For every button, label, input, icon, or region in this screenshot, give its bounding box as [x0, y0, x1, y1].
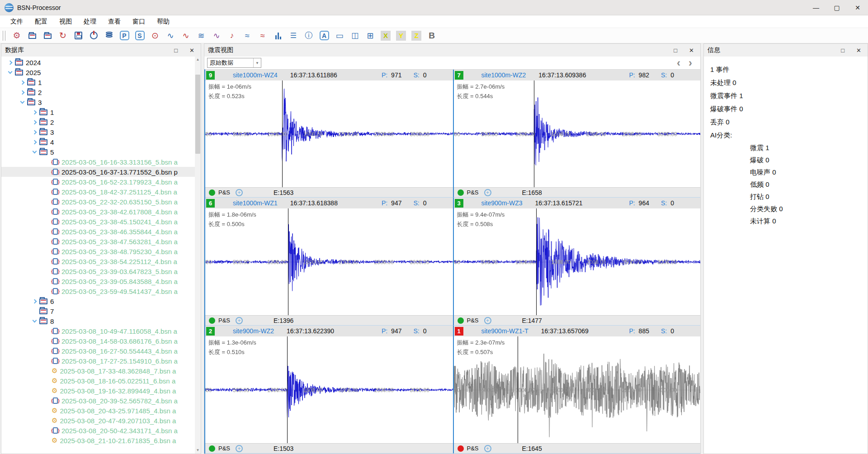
waveform-panel-header[interactable]: 3site900m-WZ316:37:13.615721P:964S:0	[454, 198, 701, 208]
tree-folder-row[interactable]: 5	[1, 147, 195, 157]
database-float-button[interactable]: □	[174, 47, 178, 54]
z-component-button[interactable]: Z	[410, 29, 423, 42]
zoom-in-icon[interactable]: +	[484, 445, 491, 452]
p-pick-line[interactable]	[282, 80, 283, 187]
zoom-in-icon[interactable]: +	[236, 317, 243, 324]
pick-s-wave-icon[interactable]: ∿	[179, 29, 193, 42]
tree-file-row[interactable]: 2025-03-08_14-58-03.686176_6.bsn a	[1, 336, 195, 346]
ps-toggle-label[interactable]: P&S	[467, 189, 479, 196]
tree-file-row[interactable]: ⚙2025-03-08_19-16-32.899449_4.bsn a	[1, 386, 195, 396]
menu-item-3[interactable]: 处理	[78, 16, 102, 28]
minimize-button[interactable]: —	[806, 0, 826, 15]
tree-file-row[interactable]: 2025-03-05_23-38-47.563281_4.bsn a	[1, 236, 195, 246]
waveform-plot[interactable]: 振幅 = 1.3e-06m/s长度 = 0.510s00500.001000.0…	[205, 336, 453, 443]
chevron-down-icon[interactable]	[30, 151, 38, 153]
database-close-button[interactable]: ✕	[189, 47, 194, 54]
zoom-in-icon[interactable]: +	[484, 189, 491, 196]
wave-filter-icon[interactable]: ≈	[256, 29, 269, 42]
ps-toggle-label[interactable]: P&S	[218, 445, 230, 452]
maximize-button[interactable]: ▢	[826, 0, 847, 15]
tree-file-row[interactable]: ⚙2025-03-08_17-33-48.362848_7.bsn a	[1, 366, 195, 376]
tree-folder-row[interactable]: 8	[1, 316, 195, 326]
viewer-float-button[interactable]: □	[674, 47, 677, 54]
tree-folder-row[interactable]: 1	[1, 77, 195, 87]
tree-folder-row[interactable]: 4	[1, 137, 195, 147]
close-button[interactable]: ✕	[847, 0, 868, 15]
chevron-right-icon[interactable]	[30, 131, 38, 134]
chevron-right-icon[interactable]	[18, 81, 26, 84]
data-type-dropdown[interactable]: 原始数据 ▼	[207, 58, 261, 68]
menu-item-0[interactable]: 文件	[5, 16, 29, 28]
zoom-in-icon[interactable]: +	[484, 317, 491, 324]
p-pick-line[interactable]	[287, 336, 288, 443]
ps-toggle-label[interactable]: P&S	[218, 317, 230, 324]
p-pick-line[interactable]	[288, 208, 288, 315]
tree-file-row[interactable]: 2025-03-08_17-27-25.154910_6.bsn a	[1, 356, 195, 366]
toolbar-drag-handle[interactable]	[3, 31, 5, 41]
tree-file-row[interactable]: 2025-03-05_23-38-45.150241_4.bsn a	[1, 217, 195, 227]
multi-wave-icon[interactable]: ≋	[194, 29, 208, 42]
menu-item-2[interactable]: 视图	[53, 16, 78, 28]
crosshair-grid-icon[interactable]: ⊞	[363, 29, 377, 42]
pick-p-wave-icon[interactable]: ∿	[164, 29, 177, 42]
scroll-down-icon[interactable]: ▼	[195, 447, 201, 454]
wave-zoom-icon[interactable]: ≈	[241, 29, 254, 42]
list-icon[interactable]: ☰	[287, 29, 300, 42]
tree-file-row[interactable]: 2025-03-05_16-37-13.771552_6.bsn p	[1, 167, 195, 177]
tree-folder-row[interactable]: 2025	[1, 67, 195, 77]
waveform-panel-header[interactable]: 6site1000m-WZ116:37:13.618388P:947S:0	[205, 198, 453, 208]
next-event-button[interactable]: ›	[689, 58, 692, 67]
s-phase-button[interactable]: S	[133, 29, 146, 42]
folder-new-icon[interactable]	[25, 29, 39, 42]
tree-file-row[interactable]: 2025-03-05_23-39-03.647823_5.bsn a	[1, 266, 195, 276]
folder-open-icon[interactable]	[41, 29, 54, 42]
tree-scrollbar[interactable]: ▲ ▼	[195, 57, 201, 454]
info-close-button[interactable]: ✕	[856, 47, 861, 54]
zoom-in-icon[interactable]: +	[236, 189, 243, 196]
tree-folder-row[interactable]: 1	[1, 107, 195, 117]
waveform-plot[interactable]: 振幅 = 1e-06m/s长度 = 0.523s00500.001000.001…	[205, 80, 453, 187]
tree-folder-row[interactable]: 3	[1, 127, 195, 137]
menu-item-4[interactable]: 查看	[102, 16, 127, 28]
waveform-plot[interactable]: 振幅 = 9.4e-07m/s长度 = 0.508s00500.001000.0…	[454, 208, 701, 315]
tree-file-row[interactable]: 2025-03-08_16-27-50.554443_4.bsn a	[1, 346, 195, 356]
chevron-down-icon[interactable]	[6, 71, 14, 73]
chevron-right-icon[interactable]	[30, 141, 38, 144]
power-icon[interactable]	[87, 29, 100, 42]
chevron-down-icon[interactable]	[30, 320, 38, 322]
tree-file-row[interactable]: ⚙2025-03-08_21-10-21.671835_6.bsn a	[1, 435, 195, 445]
tree-file-row[interactable]: 2025-03-05_16-52-23.179923_4.bsn a	[1, 177, 195, 187]
chevron-right-icon[interactable]	[18, 91, 26, 94]
report-view-icon[interactable]: ◫	[348, 29, 362, 42]
ps-toggle-label[interactable]: P&S	[467, 317, 479, 324]
chevron-right-icon[interactable]	[30, 121, 38, 124]
tree-file-row[interactable]: 2025-03-08_10-49-47.116058_4.bsn a	[1, 326, 195, 336]
tree-file-row[interactable]: 2025-03-05_23-38-54.225112_4.bsn a	[1, 256, 195, 266]
waveform-panel-header[interactable]: 2site900m-WZ216:37:13.622390P:947S:0	[205, 326, 453, 336]
menu-item-5[interactable]: 窗口	[127, 16, 151, 28]
y-component-button[interactable]: Y	[394, 29, 408, 42]
tree-file-row[interactable]: 2025-03-05_23-39-05.843588_4.bsn a	[1, 276, 195, 286]
tree-folder-row[interactable]: 2	[1, 87, 195, 97]
prev-event-button[interactable]: ‹	[677, 58, 680, 67]
tree-file-row[interactable]: 2025-03-05_22-32-20.635150_5.bsn a	[1, 197, 195, 207]
tree-file-row[interactable]: 2025-03-08_20-50-42.343171_4.bsn a	[1, 426, 195, 435]
record-point-icon[interactable]: ⊙	[148, 29, 162, 42]
refresh-icon[interactable]: ↻	[56, 29, 70, 42]
tree-folder-row[interactable]: 7	[1, 306, 195, 316]
waveform-plot[interactable]: 振幅 = 2.7e-06m/s长度 = 0.544s00500.001000.0…	[454, 80, 701, 187]
waveform-panel-header[interactable]: 9site1000m-WZ416:37:13.611886P:971S:0	[205, 70, 453, 80]
menu-item-1[interactable]: 配置	[29, 16, 53, 28]
bold-button[interactable]: B	[425, 29, 439, 42]
ps-toggle-label[interactable]: P&S	[467, 445, 479, 452]
tree-file-row[interactable]: 2025-03-05_16-16-33.313156_5.bsn a	[1, 157, 195, 167]
tree-file-row[interactable]: 2025-03-08_20-39-52.565782_4.bsn a	[1, 396, 195, 406]
tree-file-row[interactable]: 2025-03-05_23-38-48.795230_4.bsn a	[1, 246, 195, 256]
chevron-right-icon[interactable]	[30, 111, 38, 114]
tree-file-row[interactable]: 2025-03-05_23-38-42.617808_4.bsn a	[1, 207, 195, 217]
waveform-plot[interactable]: 振幅 = 1.8e-06m/s长度 = 0.500s00500.001000.0…	[205, 208, 453, 315]
tree-folder-row[interactable]: 3	[1, 97, 195, 107]
save-icon[interactable]	[71, 29, 85, 42]
chevron-right-icon[interactable]	[30, 300, 38, 303]
chevron-right-icon[interactable]	[6, 61, 14, 64]
